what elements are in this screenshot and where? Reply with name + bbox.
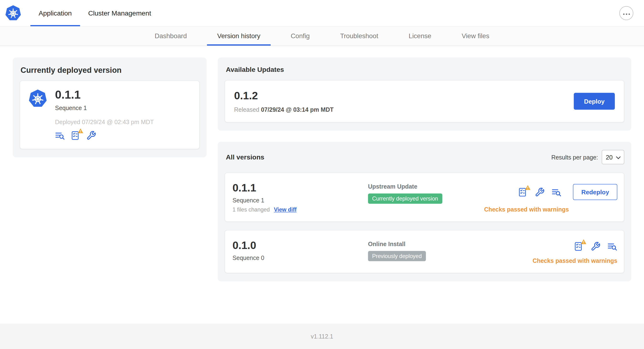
version-row-actions: Checks passed with warnings <box>532 239 617 264</box>
tab-cluster-management-label: Cluster Management <box>88 9 151 17</box>
subtab-license-label: License <box>409 32 431 40</box>
row-source-label: Online Install <box>368 240 532 247</box>
row-version-number: 0.1.0 <box>232 239 368 252</box>
viewport: Application Cluster Management Dashboard… <box>0 0 644 349</box>
all-versions-header: All versions Results per page: 20 <box>224 150 624 164</box>
warning-triangle-icon <box>525 184 531 190</box>
edit-config-icon[interactable] <box>535 187 545 197</box>
checks-status-text: Checks passed with warnings <box>484 206 569 213</box>
subtab-view-files[interactable]: View files <box>451 27 500 46</box>
warning-triangle-icon <box>78 128 83 134</box>
subtab-config-label: Config <box>291 32 310 40</box>
row-version-number: 0.1.1 <box>232 182 368 194</box>
deployed-version-panel: 0.1.1 Sequence 1 Deployed 07/29/24 @ 02:… <box>20 80 200 149</box>
results-per-page-value: 20 <box>606 154 613 161</box>
view-logs-icon[interactable] <box>608 242 617 251</box>
console-version: v1.112.1 <box>311 333 333 340</box>
tab-application[interactable]: Application <box>30 0 80 26</box>
subtab-version-history[interactable]: Version history <box>207 27 271 46</box>
subtab-dashboard[interactable]: Dashboard <box>144 27 197 46</box>
deploy-button[interactable]: Deploy <box>574 93 615 110</box>
footer: v1.112.1 <box>0 324 644 349</box>
tab-cluster-management[interactable]: Cluster Management <box>80 0 159 26</box>
admin-console: Application Cluster Management Dashboard… <box>0 0 644 349</box>
kubernetes-version-icon <box>28 89 47 108</box>
subtab-dashboard-label: Dashboard <box>155 32 187 40</box>
subtab-license[interactable]: License <box>398 27 442 46</box>
subtab-troubleshoot-label: Troubleshoot <box>340 32 378 40</box>
results-per-page: Results per page: 20 <box>552 150 624 164</box>
released-date: 07/29/24 @ 03:14 pm MDT <box>261 106 334 113</box>
version-row-info: 0.1.1 Sequence 1 1 files changed View di… <box>232 182 368 213</box>
chevron-down-icon <box>616 154 620 161</box>
main-content: Currently deployed version <box>0 46 644 282</box>
released-prefix: Released <box>234 106 259 113</box>
row-icon-row <box>574 242 617 251</box>
row-sequence: Sequence 0 <box>232 255 368 262</box>
top-navbar: Application Cluster Management <box>0 0 644 26</box>
deployed-version-number: 0.1.1 <box>55 88 154 102</box>
edit-config-icon[interactable] <box>86 130 96 140</box>
version-row-source: Online Install Previously deployed <box>368 239 532 261</box>
redeploy-button[interactable]: Redeploy <box>573 184 617 200</box>
row-sequence: Sequence 1 <box>232 197 368 204</box>
preflight-checks-icon[interactable] <box>574 242 584 251</box>
row-files-line: 1 files changed View diff <box>232 206 368 213</box>
deployed-timestamp: Deployed 07/29/24 @ 02:43 pm MDT <box>55 119 154 125</box>
top-nav-tabs: Application Cluster Management <box>30 0 159 26</box>
version-row-info: 0.1.0 Sequence 0 <box>232 239 368 261</box>
warning-triangle-icon <box>581 239 586 244</box>
deployed-sequence: Sequence 1 <box>55 105 154 112</box>
version-row: 0.1.0 Sequence 0 Online Install Previous… <box>224 230 624 273</box>
preflight-checks-icon[interactable] <box>71 130 80 140</box>
currently-deployed-card: Currently deployed version <box>13 58 206 157</box>
results-per-page-label: Results per page: <box>552 154 598 160</box>
deployed-icon-row <box>55 130 154 140</box>
ellipsis-icon <box>623 10 630 16</box>
all-versions-title: All versions <box>226 153 264 161</box>
subtab-config[interactable]: Config <box>280 27 320 46</box>
currently-deployed-title: Currently deployed version <box>20 66 200 75</box>
update-released-line: Released 07/29/24 @ 03:14 pm MDT <box>234 106 334 113</box>
version-row-source: Upstream Update Currently deployed versi… <box>368 182 484 204</box>
available-updates-title: Available Updates <box>226 66 624 74</box>
subtab-view-files-label: View files <box>462 32 489 40</box>
edit-config-icon[interactable] <box>590 242 600 251</box>
overflow-menu-button[interactable] <box>620 6 634 20</box>
update-info: 0.1.2 Released 07/29/24 @ 03:14 pm MDT <box>234 90 334 113</box>
view-logs-icon[interactable] <box>552 187 562 197</box>
status-badge: Currently deployed version <box>368 193 442 204</box>
subtab-version-history-label: Version history <box>217 32 260 40</box>
app-subnav: Dashboard Version history Config Trouble… <box>0 26 644 46</box>
subtab-troubleshoot[interactable]: Troubleshoot <box>330 27 388 46</box>
row-icon-row: Redeploy <box>518 184 618 200</box>
update-version-number: 0.1.2 <box>234 90 334 102</box>
view-logs-icon[interactable] <box>55 130 65 140</box>
available-update-row: 0.1.2 Released 07/29/24 @ 03:14 pm MDT D… <box>224 80 624 122</box>
all-versions-card: All versions Results per page: 20 <box>218 142 631 282</box>
row-source-label: Upstream Update <box>368 183 484 190</box>
right-column: Available Updates 0.1.2 Released 07/29/2… <box>218 58 631 282</box>
view-diff-link[interactable]: View diff <box>274 206 296 213</box>
results-per-page-select[interactable]: 20 <box>602 150 624 164</box>
preflight-checks-icon[interactable] <box>518 187 528 197</box>
available-updates-card: Available Updates 0.1.2 Released 07/29/2… <box>218 58 631 130</box>
files-changed-count: 1 files changed <box>232 206 270 213</box>
status-badge: Previously deployed <box>368 251 426 261</box>
checks-status-text: Checks passed with warnings <box>532 258 617 264</box>
tab-application-label: Application <box>39 9 72 17</box>
version-row-actions: Redeploy Checks passed with warnings <box>484 182 617 213</box>
deployed-version-info: 0.1.1 Sequence 1 Deployed 07/29/24 @ 02:… <box>55 88 154 140</box>
kubernetes-logo-icon[interactable] <box>5 5 22 22</box>
version-row: 0.1.1 Sequence 1 1 files changed View di… <box>224 172 624 222</box>
